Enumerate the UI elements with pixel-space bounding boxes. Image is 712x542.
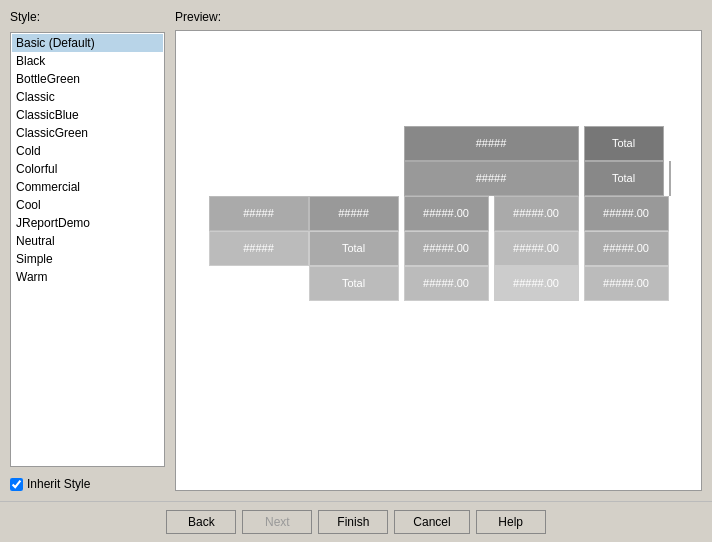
cell-r1c2: #####	[404, 161, 579, 196]
header-cell-r0c3: Total	[584, 126, 664, 161]
cell-r3c2: #####.00	[404, 231, 489, 266]
style-item-basic-default[interactable]: Basic (Default)	[12, 34, 163, 52]
cell-r1c4	[669, 161, 671, 196]
inherit-style-checkbox[interactable]	[10, 478, 23, 491]
header-cell-r0c2: #####	[404, 126, 579, 161]
cell-r2c3: #####.00	[494, 196, 579, 231]
left-panel: Style: Basic (Default)BlackBottleGreenCl…	[10, 10, 165, 491]
cell-r4c2: #####.00	[404, 266, 489, 301]
cell-r4c4: #####.00	[584, 266, 669, 301]
style-item-classic-green[interactable]: ClassicGreen	[12, 124, 163, 142]
style-item-cold[interactable]: Cold	[12, 142, 163, 160]
style-item-simple[interactable]: Simple	[12, 250, 163, 268]
style-item-colorful[interactable]: Colorful	[12, 160, 163, 178]
inherit-style-container: Inherit Style	[10, 477, 165, 491]
style-item-cool[interactable]: Cool	[12, 196, 163, 214]
style-item-classic[interactable]: Classic	[12, 88, 163, 106]
style-item-warm[interactable]: Warm	[12, 268, 163, 286]
style-item-commercial[interactable]: Commercial	[12, 178, 163, 196]
style-item-classic-blue[interactable]: ClassicBlue	[12, 106, 163, 124]
style-item-jreport-demo[interactable]: JReportDemo	[12, 214, 163, 232]
cell-r1c3: Total	[584, 161, 664, 196]
cell-r3c4: #####.00	[584, 231, 669, 266]
finish-button[interactable]: Finish	[318, 510, 388, 534]
cell-r2c0: #####	[209, 196, 309, 231]
cell-r3c3: #####.00	[494, 231, 579, 266]
cell-r2c2: #####.00	[404, 196, 489, 231]
cell-r2c1: #####	[309, 196, 399, 231]
preview-label: Preview:	[175, 10, 702, 24]
cell-r4c1: Total	[309, 266, 399, 301]
style-label: Style:	[10, 10, 165, 24]
style-list[interactable]: Basic (Default)BlackBottleGreenClassicCl…	[10, 32, 165, 467]
style-item-black[interactable]: Black	[12, 52, 163, 70]
cell-r2c4: #####.00	[584, 196, 669, 231]
preview-table: ##### Total ##### Total ##### ##### ####…	[209, 126, 669, 396]
footer-bar: Back Next Finish Cancel Help	[0, 501, 712, 542]
style-item-neutral[interactable]: Neutral	[12, 232, 163, 250]
next-button[interactable]: Next	[242, 510, 312, 534]
cell-r3c0: #####	[209, 231, 309, 266]
cancel-button[interactable]: Cancel	[394, 510, 469, 534]
preview-area: ##### Total ##### Total ##### ##### ####…	[175, 30, 702, 491]
inherit-style-label: Inherit Style	[27, 477, 90, 491]
help-button[interactable]: Help	[476, 510, 546, 534]
right-panel: Preview: ##### Total ##### Total ##### #…	[175, 10, 702, 491]
cell-r4c3: #####.00	[494, 266, 579, 301]
cell-r3c1: Total	[309, 231, 399, 266]
style-item-bottle-green[interactable]: BottleGreen	[12, 70, 163, 88]
back-button[interactable]: Back	[166, 510, 236, 534]
